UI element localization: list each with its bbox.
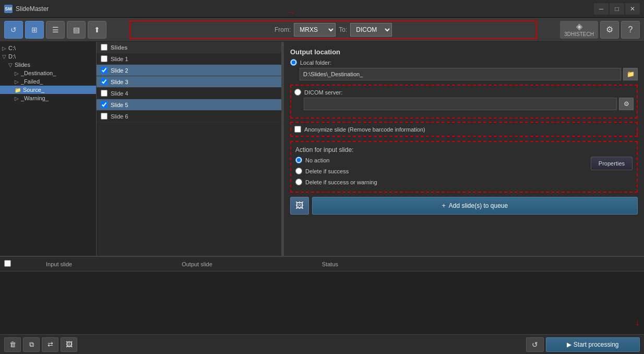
output-location-title: Output location	[290, 48, 638, 56]
app-title: SlideMaster	[16, 5, 594, 13]
dicom-server-path-row: ⚙	[304, 98, 634, 110]
copy-queue-button[interactable]: ⧉	[23, 337, 40, 352]
slide1-checkbox[interactable]	[101, 55, 108, 62]
delete-success-warning-radio[interactable]	[295, 179, 302, 185]
dicom-server-radio[interactable]	[294, 89, 301, 96]
from-format-select[interactable]: MRXS SVS NDPI TIF	[294, 23, 336, 37]
no-action-label: No action	[305, 157, 329, 163]
refresh-queue-button[interactable]: ↺	[526, 337, 544, 352]
list-item[interactable]: Slide 5	[97, 99, 281, 111]
select-all-checkbox[interactable]	[101, 44, 108, 51]
tree-item-warning[interactable]: ▷ _Warning_	[0, 94, 96, 102]
grid-view-button[interactable]: ⊞	[25, 21, 44, 39]
conversion-bar: From: MRXS SVS NDPI TIF To: DICOM TIFF P…	[129, 20, 537, 39]
queue-rows	[0, 272, 644, 334]
to-format-select[interactable]: DICOM TIFF PNG JPEG	[350, 23, 392, 37]
delete-success-warning-radio-row: Delete if success or warning	[295, 179, 587, 185]
tree-item-failed[interactable]: ▷ _Failed_	[0, 77, 96, 86]
queue-toolbar: 🗑 ⧉ ⇄ 🖼 ↺ ▶ Start processing	[0, 334, 644, 354]
queue-select-all-checkbox[interactable]	[4, 260, 11, 267]
delete-success-radio-row: Delete if success	[295, 168, 587, 174]
toolbar-right: ◈ 3DHISTECH ⚙ ?	[560, 21, 640, 39]
tree-item-destination[interactable]: ▷ _Destination_	[0, 69, 96, 77]
slide-list-panel: Slides Slide 1 Slide 2 Slide 3	[97, 42, 282, 256]
local-folder-path-row: 📁	[300, 68, 638, 80]
slide5-checkbox[interactable]	[101, 101, 108, 108]
screenshot-button[interactable]: 🖼	[290, 197, 309, 215]
list-view-button[interactable]: ☰	[46, 21, 65, 39]
list-item[interactable]: Slide 4	[97, 88, 281, 99]
refresh-button[interactable]: ↺	[4, 21, 23, 39]
right-panel: Output location Local folder: 📁	[284, 42, 644, 256]
list-item[interactable]: Slide 1	[97, 53, 281, 65]
delete-success-warning-label: Delete if success or warning	[305, 179, 377, 185]
anonymize-section: Anonymize slide (Remove barcode informat…	[290, 122, 638, 137]
dicom-server-settings-button[interactable]: ⚙	[619, 98, 634, 110]
action-title: Action for input slide:	[295, 146, 633, 154]
local-folder-label[interactable]: Local folder:	[300, 60, 331, 66]
tree-item-source[interactable]: 📁 Source_	[0, 86, 96, 94]
start-processing-button[interactable]: ▶ Start processing	[546, 337, 640, 352]
dicom-server-label[interactable]: DICOM server:	[304, 89, 342, 96]
toolbar: ↺ ⊞ ☰ ▤ ⬆ From: MRXS SVS NDPI TIF To: DI…	[0, 18, 644, 42]
list-item[interactable]: Slide 6	[97, 111, 281, 122]
anonymize-checkbox[interactable]	[294, 126, 301, 133]
input-slide-header: Input slide	[46, 261, 72, 267]
move-queue-button[interactable]: ⇄	[42, 337, 58, 352]
title-bar: SM SlideMaster ─ □ ✕	[0, 0, 644, 18]
plus-icon: +	[442, 202, 446, 209]
delete-queue-button[interactable]: 🗑	[4, 337, 21, 352]
tree-expand-icon: ▷	[2, 45, 6, 51]
image-queue-button[interactable]: 🖼	[61, 337, 77, 352]
delete-success-label: Delete if success	[305, 168, 349, 174]
slide4-checkbox[interactable]	[101, 90, 108, 97]
properties-button[interactable]: Properties	[591, 157, 633, 170]
local-folder-input[interactable]	[300, 68, 621, 80]
tree-item-d[interactable]: ▽ D:\	[0, 52, 96, 61]
no-action-radio-row: No action	[295, 157, 587, 163]
queue-area: Input slide Output slide Status 🗑 ⧉ ⇄	[0, 256, 644, 354]
slide6-checkbox[interactable]	[101, 113, 108, 120]
action-row: No action Delete if success Delete if su…	[295, 157, 633, 187]
dicom-server-radio-row: DICOM server:	[294, 89, 634, 96]
tree-item-slides[interactable]: ▽ Slides	[0, 61, 96, 69]
tree-item-c[interactable]: ▷ C:\	[0, 44, 96, 52]
delete-success-radio[interactable]	[295, 168, 302, 174]
slide-list-header: Slides	[97, 42, 281, 53]
settings-button[interactable]: ⚙	[600, 21, 619, 39]
detail-view-button[interactable]: ▤	[67, 21, 86, 39]
browse-folder-button[interactable]: 📁	[623, 68, 638, 80]
upload-button[interactable]: ⬆	[88, 21, 106, 39]
logo: ◈ 3DHISTECH	[560, 21, 598, 39]
action-radios: No action Delete if success Delete if su…	[295, 157, 587, 187]
help-button[interactable]: ?	[621, 21, 640, 39]
from-label: From:	[275, 26, 291, 33]
bottom-action-buttons: 🖼 + Add slide(s) to queue	[290, 197, 638, 215]
close-button[interactable]: ✕	[625, 3, 640, 15]
status-header: Status	[322, 261, 338, 267]
list-item[interactable]: Slide 3	[97, 76, 281, 88]
minimize-button[interactable]: ─	[594, 3, 609, 15]
output-slide-header: Output slide	[182, 261, 212, 267]
dicom-server-section: DICOM server: ⚙	[290, 85, 638, 119]
dicom-server-input[interactable]	[304, 98, 617, 110]
app-icon: SM	[4, 5, 13, 13]
local-folder-radio[interactable]	[290, 59, 297, 66]
slide3-checkbox[interactable]	[101, 78, 108, 85]
list-item[interactable]: Slide 2	[97, 65, 281, 76]
no-action-radio[interactable]	[295, 157, 302, 163]
add-to-queue-button[interactable]: + Add slide(s) to queue	[312, 197, 638, 215]
to-label: To:	[339, 26, 347, 33]
queue-header: Input slide Output slide Status	[0, 257, 644, 272]
window-controls: ─ □ ✕	[594, 3, 640, 15]
anonymize-label[interactable]: Anonymize slide (Remove barcode informat…	[304, 126, 425, 133]
output-location-section: Output location Local folder: 📁	[290, 48, 638, 215]
action-section: Action for input slide: No action	[290, 141, 638, 193]
local-folder-radio-row: Local folder:	[290, 59, 638, 66]
file-tree: ▷ C:\ ▽ D:\ ▽ Slides ▷ _Destination_	[0, 42, 97, 256]
maximize-button[interactable]: □	[610, 3, 624, 15]
slide2-checkbox[interactable]	[101, 67, 108, 74]
